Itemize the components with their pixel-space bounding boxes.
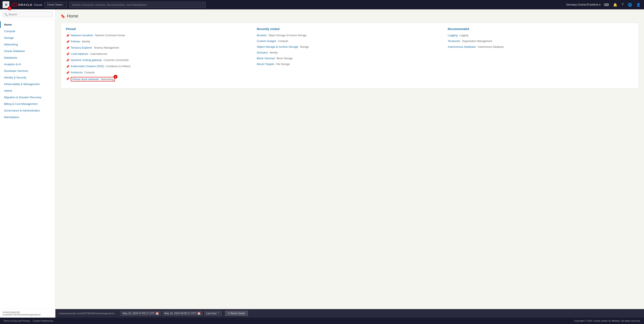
pinned-cat-oke: Containers & Artifacts xyxy=(106,65,130,68)
rec-name-autonomous-db[interactable]: Autonomous Database xyxy=(448,45,476,48)
sidebar-footer-path: (root)/NETWORK/IwanHoogendoorn xyxy=(2,313,53,316)
rec-name-logging[interactable]: Logging xyxy=(448,34,458,37)
region-chevron: ▾ xyxy=(599,3,600,6)
recent-item-object-storage: Object Storage & Archive Storage Storage xyxy=(257,45,442,48)
pinned-item-instances: 📌 Instances Compute xyxy=(66,71,252,74)
sidebar-item-compute[interactable]: Compute xyxy=(0,28,55,34)
recommended-section: Recommended Logging Logging Tenancies Or… xyxy=(448,27,634,84)
region-selector[interactable]: Germany Central (Frankfurt) ▾ xyxy=(566,3,600,6)
sidebar-nav: Home Compute Storage Networking Oracle D… xyxy=(0,20,55,309)
bottom-bar: oraseemeaocids (root)/NETWORK/IwanHoogen… xyxy=(56,309,644,318)
pin-icon-7: 📌 xyxy=(66,71,70,74)
terminal-icon-button[interactable]: ⌨ xyxy=(603,2,610,8)
footer-bar: Terms of Use and Privacy Cookie Preferen… xyxy=(0,318,644,324)
sidebar-item-governance[interactable]: Governance & Administration xyxy=(0,107,55,114)
recent-name-object-storage[interactable]: Object Storage & Archive Storage xyxy=(257,45,298,48)
calendar-from-icon: 📅 xyxy=(156,312,159,315)
pin-icon-5: 📌 xyxy=(66,58,70,62)
cookie-link[interactable]: Cookie Preferences xyxy=(32,320,53,322)
sidebar-item-marketplace[interactable]: Marketplace xyxy=(0,114,55,120)
profile-icon-button[interactable]: 👤 xyxy=(636,2,642,8)
bottom-bar-user: oraseemeaocids (root)/NETWORK/IwanHoogen… xyxy=(59,312,115,314)
nav-right: Germany Central (Frankfurt) ▾ ⌨ 🔔 ? 🌐 👤 xyxy=(566,2,642,8)
date-to-value: May 16, 2024 08:55:17 UTC xyxy=(164,312,196,315)
recent-item-block-volumes: Block Volumes Block Storage xyxy=(257,57,442,60)
rec-item-autonomous-db: Autonomous Database Autonomous Database xyxy=(448,45,634,48)
sidebar-item-hybrid[interactable]: Hybrid xyxy=(0,88,55,94)
pinned-name-drg[interactable]: Dynamic routing gateway xyxy=(71,58,102,62)
date-to-input[interactable]: May 16, 2024 08:55:17 UTC 📅 xyxy=(162,311,202,316)
pinned-section: Pinned 📌 Network visualizer Network Comm… xyxy=(66,27,252,84)
recent-name-mount-targets[interactable]: Mount Targets xyxy=(257,62,274,66)
global-search-input[interactable] xyxy=(69,2,206,8)
vcn-highlighted-box: Virtual cloud networks Networking xyxy=(71,77,115,82)
recent-name-custom-images[interactable]: Custom Images xyxy=(257,40,276,43)
bookmark-icon: 🔖 xyxy=(60,14,65,18)
recent-name-domains[interactable]: Domains xyxy=(257,51,268,54)
date-from-input[interactable]: May 16, 2024 07:55:17 UTC 📅 xyxy=(120,311,161,316)
badge-2: 2 xyxy=(114,75,118,79)
pinned-name-policies[interactable]: Policies xyxy=(71,40,80,43)
reset-charts-button[interactable]: ↻ Reset charts xyxy=(225,311,248,316)
pinned-item-tenancy-explorer: 📌 Tenancy Explorer Tenancy Management xyxy=(66,46,252,50)
recent-cat-block-volumes: Block Storage xyxy=(276,57,292,60)
rec-cat-autonomous-db: Autonomous Database xyxy=(478,46,504,48)
sidebar: 🔍 Home Compute Storage Networking Oracle… xyxy=(0,10,56,318)
pinned-name-load-balancer[interactable]: Load balancer xyxy=(71,52,88,56)
sidebar-item-developer-services[interactable]: Developer Services xyxy=(0,68,55,74)
notifications-icon-button[interactable]: 🔔 xyxy=(612,2,618,8)
sidebar-item-databases[interactable]: Databases xyxy=(0,54,55,61)
rec-item-logging: Logging Logging xyxy=(448,34,634,37)
sidebar-item-networking[interactable]: Networking xyxy=(0,41,55,48)
sidebar-item-observability[interactable]: Observability & Management xyxy=(0,81,55,88)
sidebar-item-oracle-database[interactable]: Oracle Database xyxy=(0,48,55,54)
sidebar-item-analytics-ai[interactable]: Analytics & AI xyxy=(0,61,55,68)
pinned-item-drg: 📌 Dynamic routing gateway Customer conne… xyxy=(66,58,252,62)
pinned-cat-drg: Customer connectivity xyxy=(104,58,129,62)
recent-cat-object-storage: Storage xyxy=(300,46,309,48)
cloud-classic-button[interactable]: Cloud Classic › xyxy=(45,2,67,7)
content-area: 🔖 Home Pinned 📌 Network visualizer Netwo… xyxy=(56,10,644,318)
sidebar-item-storage[interactable]: Storage xyxy=(0,34,55,41)
sidebar-item-home[interactable]: Home xyxy=(0,21,55,28)
pinned-item-network-visualizer: 📌 Network visualizer Network Command Cen… xyxy=(66,34,252,37)
pinned-name-tenancy-explorer[interactable]: Tenancy Explorer xyxy=(71,46,92,49)
recent-item-domains: Domains Identity xyxy=(257,51,442,54)
sidebar-item-billing[interactable]: Billing & Cost Management xyxy=(0,100,55,107)
pinned-name-oke[interactable]: Kubernetes Clusters (OKE) xyxy=(71,64,104,68)
sidebar-item-identity-security[interactable]: Identity & Security xyxy=(0,74,55,81)
rec-cat-logging: Logging xyxy=(459,34,468,37)
cloud-text: Cloud xyxy=(34,3,42,6)
pinned-name-vcn[interactable]: Virtual cloud networks xyxy=(72,78,99,81)
date-range-inputs: May 16, 2024 07:55:17 UTC 📅 May 16, 2024… xyxy=(120,311,222,316)
terms-link[interactable]: Terms of Use and Privacy xyxy=(4,320,30,322)
rec-name-tenancies[interactable]: Tenancies xyxy=(448,40,460,43)
pinned-name-network-visualizer[interactable]: Network visualizer xyxy=(71,34,93,37)
sidebar-search-input[interactable] xyxy=(2,12,53,17)
recent-name-buckets[interactable]: Buckets xyxy=(257,34,266,37)
footer-links: Terms of Use and Privacy Cookie Preferen… xyxy=(4,320,53,322)
pin-icon-4: 📌 xyxy=(66,52,70,56)
pinned-cat-network-visualizer: Network Command Center xyxy=(95,34,125,37)
page-title: Home xyxy=(67,14,78,18)
oracle-text: ORACLE xyxy=(18,3,32,6)
pinned-name-instances[interactable]: Instances xyxy=(71,71,83,74)
badge-1: 1 xyxy=(8,6,12,10)
recently-visited-header: Recently visited xyxy=(257,27,442,31)
region-label: Germany Central (Frankfurt) xyxy=(566,3,598,6)
pin-icon-3: 📌 xyxy=(66,46,70,50)
recent-name-block-volumes[interactable]: Block Volumes xyxy=(257,57,275,60)
pin-icon: 📌 xyxy=(66,34,70,37)
pinned-item-vcn: 📌 Virtual cloud networks Networking 2 xyxy=(66,77,252,82)
sidebar-item-migration[interactable]: Migration & Disaster Recovery xyxy=(0,94,55,100)
recent-cat-domains: Identity xyxy=(269,51,278,54)
language-icon-button[interactable]: 🌐 xyxy=(627,2,633,8)
time-range-select[interactable]: Last hour ⌃ xyxy=(204,311,222,316)
bottom-user-path: oraseemeaocids (root)/NETWORK/IwanHoogen… xyxy=(59,312,115,314)
pinned-header: Pinned xyxy=(66,27,252,31)
pinned-cat-vcn: Networking xyxy=(101,78,114,81)
pin-icon-2: 📌 xyxy=(66,40,70,44)
recent-cat-buckets: Object Storage & Archive Storage xyxy=(268,34,306,37)
sidebar-footer-user: oraseemeaocids xyxy=(2,311,53,313)
help-icon-button[interactable]: ? xyxy=(621,2,624,8)
